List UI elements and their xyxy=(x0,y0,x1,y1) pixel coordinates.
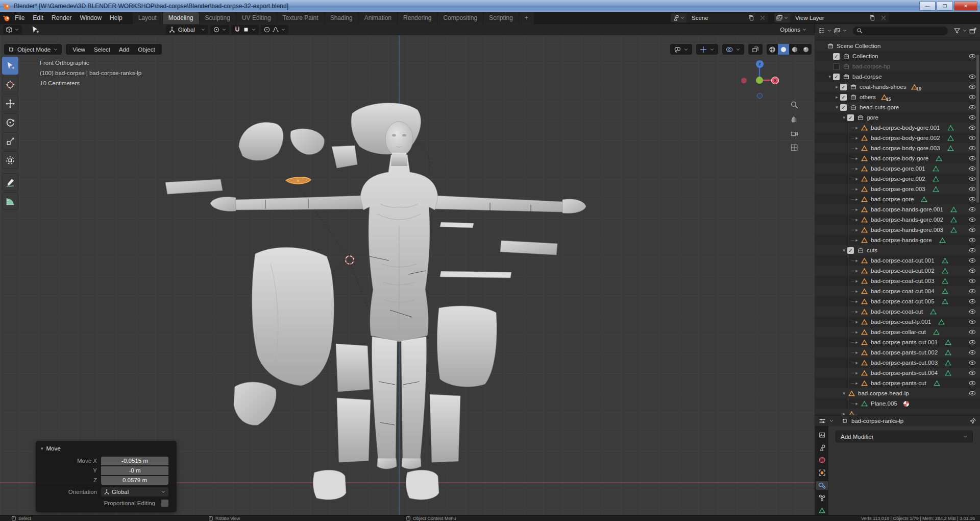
move-y-field[interactable]: -0 m xyxy=(101,466,168,475)
chevron-down-icon[interactable] xyxy=(842,28,847,33)
hide-in-viewport-eye-icon[interactable] xyxy=(969,236,976,244)
expand-arrow-icon[interactable]: ▸ xyxy=(853,176,860,181)
outliner-row[interactable]: ▸bad-corpse-coat-cut.004 xyxy=(815,286,980,296)
outliner-scrollbar[interactable] xyxy=(976,55,979,203)
expand-arrow-icon[interactable]: ▸ xyxy=(853,217,860,222)
outliner-row[interactable]: ▸bad-corpse-body-gore xyxy=(815,153,980,163)
expand-arrow-icon[interactable]: ▸ xyxy=(853,166,860,171)
unlink-scene-button[interactable] xyxy=(757,13,768,22)
expand-arrow-icon[interactable]: ▸ xyxy=(853,299,860,304)
tab-rendering[interactable]: Rendering xyxy=(398,12,437,24)
axis-x-negative-handle[interactable] xyxy=(741,78,747,83)
outliner-item-label[interactable]: bad-corpse-gore.002 xyxy=(871,176,925,182)
expand-arrow-icon[interactable]: ▸ xyxy=(853,340,860,345)
outliner-row[interactable]: ▸bad-corpse-hands-gore.001 xyxy=(815,204,980,215)
hide-in-viewport-eye-icon[interactable] xyxy=(969,145,976,152)
hide-in-viewport-eye-icon[interactable] xyxy=(969,380,976,387)
outliner-item-label[interactable]: bad-corpse-gore xyxy=(871,196,914,202)
axis-z-handle[interactable]: Z xyxy=(756,60,764,68)
camera-view-icon[interactable] xyxy=(790,129,798,137)
expand-arrow-icon[interactable]: ▸ xyxy=(853,156,860,161)
outliner-item-label[interactable]: bad-corpse-body-gore.001 xyxy=(871,125,940,131)
hide-in-viewport-eye-icon[interactable] xyxy=(969,104,976,111)
scene-selector[interactable]: Scene xyxy=(671,13,768,22)
tool-measure-button[interactable] xyxy=(2,192,18,210)
hide-in-viewport-eye-icon[interactable] xyxy=(969,196,976,203)
hide-in-viewport-eye-icon[interactable] xyxy=(969,206,976,213)
add-workspace-button[interactable]: + xyxy=(519,12,534,24)
hide-in-viewport-eye-icon[interactable] xyxy=(969,277,976,285)
outliner-row[interactable]: ▸bad-corpse-pants-cut.002 xyxy=(815,347,980,358)
outliner-search-input[interactable] xyxy=(853,27,948,35)
expand-arrow-icon[interactable]: ▸ xyxy=(853,289,860,294)
outliner-row[interactable]: ▸bad-corpse-hands-gore.003 xyxy=(815,225,980,235)
outliner-row[interactable]: ✓Collection xyxy=(815,51,980,61)
outliner-item-label[interactable]: others xyxy=(860,94,876,100)
outliner-item-label[interactable]: bad-corpse-body-gore.003 xyxy=(871,145,940,151)
menu-edit[interactable]: Edit xyxy=(29,13,47,22)
outliner-item-label[interactable]: bad-corpse-pants-cut xyxy=(871,380,926,386)
viewport-menu-object[interactable]: Object xyxy=(135,46,158,53)
collection-checkbox[interactable]: ✓ xyxy=(840,84,847,90)
tab-modeling[interactable]: Modeling xyxy=(163,12,199,24)
menu-file[interactable]: File xyxy=(11,13,29,22)
hide-in-viewport-eye-icon[interactable] xyxy=(969,134,976,141)
maximize-button[interactable]: ❐ xyxy=(937,1,953,11)
hide-in-viewport-eye-icon[interactable] xyxy=(969,369,976,376)
add-modifier-button[interactable]: Add Modifier xyxy=(836,431,973,442)
outliner-item-label[interactable]: bad-corpse-pants-cut.004 xyxy=(871,370,938,376)
hide-in-viewport-eye-icon[interactable] xyxy=(969,390,976,397)
zoom-view-icon[interactable] xyxy=(790,101,798,109)
proportional-editing-controls[interactable] xyxy=(261,25,288,34)
move-x-field[interactable]: -0.0515 m xyxy=(101,457,168,465)
expand-arrow-icon[interactable]: ▾ xyxy=(841,115,847,120)
outliner-item-label[interactable]: bad-corpse-gore.003 xyxy=(871,186,925,192)
collection-checkbox[interactable]: ✓ xyxy=(840,94,847,101)
outliner-row[interactable]: ▸bad-corpse-coat-lp.001 xyxy=(815,317,980,327)
outliner-row[interactable]: ▸bad-corpse-gore.002 xyxy=(815,174,980,184)
outliner-item-label[interactable]: bad-corpse-gore.001 xyxy=(871,165,925,172)
hide-in-viewport-eye-icon[interactable] xyxy=(969,216,976,223)
wireframe-shading-button[interactable] xyxy=(767,44,778,55)
navigation-gizmo[interactable]: Z X xyxy=(736,57,783,104)
expand-arrow-icon[interactable]: ▸ xyxy=(853,207,860,212)
outliner-item-label[interactable]: bad-corpse-body-gore.002 xyxy=(871,135,940,141)
tool-cursor-button[interactable] xyxy=(2,76,18,93)
material-shading-button[interactable] xyxy=(789,44,800,55)
outliner-row[interactable]: ▸bad-corpse-body-gore.001 xyxy=(815,123,980,133)
expand-arrow-icon[interactable]: ▸ xyxy=(853,186,860,192)
hide-in-viewport-eye-icon[interactable] xyxy=(969,185,976,193)
expand-arrow-icon[interactable]: ▸ xyxy=(853,360,860,365)
expand-arrow-icon[interactable]: ▾ xyxy=(826,74,833,79)
blender-menu-icon[interactable] xyxy=(3,14,11,22)
hide-in-viewport-eye-icon[interactable] xyxy=(969,257,976,264)
hide-in-viewport-eye-icon[interactable] xyxy=(969,318,976,325)
expand-arrow-icon[interactable]: ▾ xyxy=(841,391,847,396)
outliner-row[interactable]: ▸bad-corpse-hands-gore.002 xyxy=(815,215,980,225)
outliner-row[interactable]: ▾✓gore xyxy=(815,112,980,123)
outliner-item-label[interactable]: bad-corpse-coat-cut.003 xyxy=(871,278,935,284)
outliner-row[interactable]: ▸bad-corpse-coat-cut.002 xyxy=(815,266,980,276)
menu-render[interactable]: Render xyxy=(47,13,76,22)
outliner-row[interactable]: ▾✓bad-corpse xyxy=(815,72,980,82)
expand-arrow-icon[interactable]: ▾ xyxy=(834,105,840,110)
close-button[interactable]: ✕ xyxy=(954,1,977,11)
expand-arrow-icon[interactable]: ▸ xyxy=(853,370,860,375)
hide-in-viewport-eye-icon[interactable] xyxy=(969,267,976,274)
visibility-dropdown[interactable] xyxy=(670,44,692,55)
axis-x-handle[interactable]: X xyxy=(771,77,779,84)
editor-type-selector[interactable] xyxy=(3,25,22,34)
expand-arrow-icon[interactable]: ▸ xyxy=(853,401,860,406)
outliner-row[interactable]: ▸bad-corpse-body-gore.002 xyxy=(815,133,980,143)
tab-uv-editing[interactable]: UV Editing xyxy=(236,12,277,24)
outliner-item-label[interactable]: bad-corpse-coat-cut.005 xyxy=(871,298,935,304)
outliner-row[interactable]: ▸bad-corpse-coat-cut xyxy=(815,306,980,317)
expand-arrow-icon[interactable]: ▸ xyxy=(853,278,860,283)
snapping-controls[interactable] xyxy=(231,25,259,34)
outliner-row[interactable]: ▸bad-corpse-collar-cut xyxy=(815,327,980,337)
outliner-row[interactable]: ▸✓coat-hands-shoes19 xyxy=(815,82,980,92)
outliner-row[interactable]: ▸✓others15 xyxy=(815,92,980,102)
xray-toggle[interactable] xyxy=(748,44,763,55)
outliner-item-label[interactable]: bad-corpse-head-lp xyxy=(858,390,909,396)
outliner-item-label[interactable]: bad-corpse-pants-cut.002 xyxy=(871,349,938,356)
